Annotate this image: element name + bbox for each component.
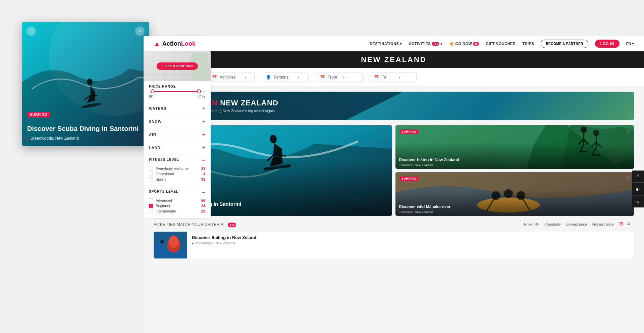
snow-expand-icon[interactable]: + xyxy=(202,118,205,125)
sports-title: SPORTS LEVEL − xyxy=(149,190,205,196)
fitness-checkbox-occasional[interactable] xyxy=(149,172,153,176)
activities-search-field[interactable]: 📅 Activities xyxy=(208,73,255,82)
price-slider-min-thumb[interactable] xyxy=(151,89,155,93)
sailing-card-title: Discover Sailing in New Zeland xyxy=(192,235,629,240)
nav-destinations[interactable]: DESTINATIONS xyxy=(370,42,402,46)
criteria-sort-options: Proximity Popularity Lowest price Highes… xyxy=(524,221,634,228)
sports-item-intermediate[interactable]: Intermediate 29 xyxy=(149,209,205,213)
land-filter[interactable]: LAND + xyxy=(144,141,211,154)
filter-panel: ← GO BACK 📍 SEE ON THE MAP PRICE RANGE 8… xyxy=(144,36,211,218)
river-heart-icon[interactable]: ♡ xyxy=(626,176,631,181)
navbar: ▲ ActionLook DESTINATIONS ACTIVITIES 726… xyxy=(144,36,644,51)
destinations-chevron-icon xyxy=(400,42,402,46)
to-dropdown-icon xyxy=(399,76,400,79)
grid-view-button[interactable]: ⊞ xyxy=(619,221,626,228)
hiking-location-icon: ● xyxy=(399,164,400,167)
waters-expand-icon[interactable]: + xyxy=(202,105,205,111)
nav-activities[interactable]: ACTIVITIES 726 xyxy=(409,42,443,46)
sort-lowest-price[interactable]: Lowest price xyxy=(566,222,587,226)
sailing-card-location: ● Marlborough, New Zealand xyxy=(192,241,629,245)
page-title: NEW ZEALAND xyxy=(361,55,427,64)
sailing-location-icon: ● xyxy=(192,242,194,245)
fire-icon: 🔥 xyxy=(449,42,454,46)
river-location-icon: ● xyxy=(399,211,400,214)
sailing-card-bg xyxy=(154,232,187,258)
hiking-heart-icon[interactable]: ♡ xyxy=(626,129,631,134)
nav-gift-voucher[interactable]: GIFT VOUCHER xyxy=(486,42,516,46)
share-icon[interactable]: ↗ xyxy=(135,27,145,36)
see-on-map-button[interactable]: 📍 SEE ON THE MAP xyxy=(157,62,198,70)
snow-filter[interactable]: SNOW + xyxy=(144,115,211,128)
criteria-label-group: ACTIVITIES MATCH YOUR CRITERIA: 112 xyxy=(154,221,236,227)
heart-icon[interactable]: ♡ xyxy=(26,27,36,36)
search-divider-2 xyxy=(258,72,258,82)
fitness-item-occasional[interactable]: Occasional 4 xyxy=(149,172,205,176)
activity-card-hiking[interactable]: SURFING ♡ Discover hiking in New Zealand… xyxy=(395,125,634,169)
land-expand-icon[interactable]: + xyxy=(202,145,205,151)
sailing-card-image xyxy=(154,232,187,258)
nav-gonow[interactable]: 🔥 GO NOW 26 xyxy=(449,42,479,46)
price-slider-max-thumb[interactable] xyxy=(197,89,201,93)
air-expand-icon[interactable]: + xyxy=(202,132,205,138)
sports-item-advanced[interactable]: Advanced 56 xyxy=(149,198,205,202)
activity-cards-grid: SURFING Discover Scuba Diving in Santori… xyxy=(154,125,634,216)
river-card-badge: SURFING xyxy=(399,176,418,181)
fitness-checkbox-everybody[interactable] xyxy=(149,166,153,171)
map-preview: 📍 SEE ON THE MAP xyxy=(144,51,211,81)
sports-checkbox-intermediate[interactable] xyxy=(149,209,153,213)
sports-collapse-icon[interactable]: − xyxy=(202,190,205,196)
nav-trips[interactable]: TRIPS xyxy=(522,42,534,46)
activity-card-river[interactable]: SURFING ♡ Discover wild Mānaka river ● C… xyxy=(395,172,634,216)
hiking-card-badge: SURFING xyxy=(399,129,418,134)
to-date-field[interactable]: 📅 To xyxy=(370,73,417,82)
sailing-card-info: Discover Sailing in New Zeland ● Marlbor… xyxy=(187,232,634,258)
hiking-card-overlay xyxy=(395,125,634,169)
sort-proximity[interactable]: Proximity xyxy=(524,222,539,226)
river-card-overlay xyxy=(395,172,634,216)
svg-point-17 xyxy=(169,236,179,248)
left-featured-card[interactable]: ♡ ↗ SURFING Discover Scuba Diving in San… xyxy=(22,22,149,146)
login-button[interactable]: LOG IN xyxy=(595,40,620,48)
river-card-title: Discover wild Mānaka river xyxy=(399,204,631,209)
activity-badge: SURFING xyxy=(27,112,50,117)
calendar-icon: 📅 xyxy=(212,75,217,80)
sort-highest-price[interactable]: Highest price xyxy=(592,222,614,226)
sailing-activity-card[interactable]: Discover Sailing in New Zeland ● Marlbor… xyxy=(154,232,634,258)
google-plus-button[interactable]: g+ xyxy=(632,183,644,195)
air-header[interactable]: AIR + xyxy=(149,132,205,138)
sports-checkbox-advanced[interactable] xyxy=(149,198,153,202)
view-toggle-buttons: ⊞ ≡ xyxy=(619,221,634,228)
nav-links: DESTINATIONS ACTIVITIES 726 🔥 GO NOW 26 … xyxy=(370,40,634,48)
page-header: NEW ZEALAND xyxy=(144,51,644,68)
right-cards-column: SURFING ♡ Discover hiking in New Zealand… xyxy=(395,125,634,216)
price-slider[interactable] xyxy=(149,91,205,92)
become-partner-button[interactable]: BECOME A PARTNER xyxy=(541,40,588,48)
snow-header[interactable]: SNOW + xyxy=(149,118,205,125)
air-filter[interactable]: AIR + xyxy=(144,128,211,141)
sort-popularity[interactable]: Popularity xyxy=(544,222,561,226)
fitness-checkbox-sporty[interactable] xyxy=(149,177,153,181)
fitness-item-everybody[interactable]: Everybody welcome 21 xyxy=(149,166,205,171)
sports-checkbox-beginner[interactable]: ✓ xyxy=(149,204,153,208)
waters-header[interactable]: WATERS + xyxy=(149,105,205,111)
site-logo[interactable]: ▲ ActionLook xyxy=(154,40,196,48)
activities-chevron-icon xyxy=(440,42,443,46)
instagram-button[interactable]: ig xyxy=(632,195,644,207)
land-header[interactable]: LAND + xyxy=(149,145,205,151)
list-view-button[interactable]: ≡ xyxy=(627,221,634,228)
fitness-title: FITNESS LEVEL − xyxy=(149,158,205,164)
facebook-button[interactable]: f xyxy=(632,171,644,183)
from-calendar-icon: 📅 xyxy=(320,75,325,80)
persons-search-field[interactable]: 👤 Persons xyxy=(262,73,309,82)
search-divider-3 xyxy=(312,72,312,82)
fitness-collapse-icon[interactable]: − xyxy=(202,158,205,164)
fitness-item-sporty[interactable]: Sporty 91 xyxy=(149,177,205,181)
from-date-field[interactable]: 📅 From xyxy=(316,73,363,82)
main-content: ▲ ActionLook DESTINATIONS ACTIVITIES 726… xyxy=(144,36,644,333)
language-selector[interactable]: EN xyxy=(626,42,634,46)
sports-item-beginner[interactable]: ✓ Beginner 24 xyxy=(149,204,205,208)
waters-filter[interactable]: WATERS + xyxy=(144,102,211,115)
hiking-card-location: ● Cinamon, New Zealand xyxy=(399,163,433,167)
fitness-level-section: FITNESS LEVEL − Everybody welcome 21 Occ… xyxy=(144,154,211,186)
persons-dropdown-icon xyxy=(298,76,299,79)
